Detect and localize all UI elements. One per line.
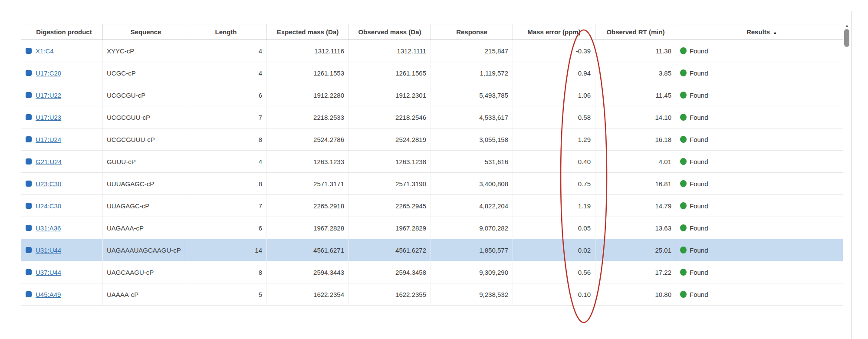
column-header-response[interactable]: Response (431, 24, 513, 39)
length-cell: 6 (185, 217, 267, 239)
found-status-icon (680, 158, 687, 165)
digestion-product-link[interactable]: X1:C4 (36, 47, 54, 55)
observed-mass-cell: 2265.2945 (349, 195, 431, 217)
digestion-product-link[interactable]: U17:C20 (36, 69, 61, 77)
results-cell: Found (676, 239, 843, 261)
column-header-length[interactable]: Length (185, 24, 267, 39)
observed-rt-cell: 14.79 (595, 195, 676, 217)
found-status-icon (680, 92, 687, 99)
table-row[interactable]: U17:U22 UCGCGU-cP 6 1912.2280 1912.2301 … (21, 84, 843, 106)
table-header-row: Digestion product Sequence Length Expect… (21, 24, 843, 40)
observed-rt-cell: 14.10 (595, 106, 676, 128)
digestion-product-link[interactable]: U31:U44 (36, 247, 61, 254)
sequence-cell: UCGCGUU-cP (103, 106, 185, 128)
expected-mass-cell: 1912.2280 (267, 84, 349, 106)
column-header-results-label: Results (746, 28, 770, 36)
sequence-cell: XYYC-cP (103, 40, 185, 62)
mass-error-cell: 0.05 (513, 217, 595, 239)
mass-error-cell: 0.58 (513, 106, 595, 128)
table-row[interactable]: U31:U44 UAGAAAUAGCAAGU-cP 14 4561.6271 4… (21, 239, 843, 261)
found-status-icon (680, 291, 687, 298)
results-cell: Found (676, 217, 843, 239)
digestion-product-cell: U37:U44 (21, 261, 103, 283)
sequence-cell: UUUAGAGC-cP (103, 173, 185, 194)
table-row[interactable]: U23:C30 UUUAGAGC-cP 8 2571.3171 2571.319… (21, 173, 843, 195)
digestion-product-link[interactable]: G21:U24 (36, 158, 62, 165)
response-cell: 3,055,158 (431, 128, 513, 150)
mass-error-cell: 0.56 (513, 261, 595, 283)
table-row[interactable]: U17:C20 UCGC-cP 4 1261.1553 1261.1565 1,… (21, 62, 843, 84)
found-status-icon (680, 269, 687, 276)
observed-rt-cell: 13.63 (595, 217, 676, 239)
digestion-product-link[interactable]: U17:U24 (36, 136, 61, 143)
sequence-cell: UCGC-cP (103, 62, 185, 84)
vertical-scrollbar[interactable]: ▲ (843, 11, 851, 339)
sequence-cell: GUUU-cP (103, 151, 185, 172)
mass-error-cell: 1.06 (513, 84, 595, 106)
table-row[interactable]: U17:U23 UCGCGUU-cP 7 2218.2533 2218.2546… (21, 106, 843, 128)
found-status-icon (680, 136, 687, 143)
digestion-product-link[interactable]: U31:A36 (36, 224, 61, 232)
digestion-product-cell: U17:U23 (21, 106, 103, 128)
mass-error-cell: 0.75 (513, 173, 595, 194)
column-header-observed-mass[interactable]: Observed mass (Da) (349, 24, 431, 39)
digestion-product-link[interactable]: U17:U22 (36, 92, 61, 99)
digestion-product-link[interactable]: U24:C30 (36, 202, 61, 210)
response-cell: 4,822,204 (431, 195, 513, 217)
sequence-cell: UAGAAAUAGCAAGU-cP (103, 239, 185, 261)
response-cell: 4,533,617 (431, 106, 513, 128)
length-cell: 7 (185, 195, 267, 217)
observed-rt-cell: 25.01 (595, 239, 676, 261)
observed-rt-cell: 10.80 (595, 283, 676, 305)
expected-mass-cell: 2524.2786 (267, 128, 349, 150)
length-cell: 4 (185, 62, 267, 84)
column-header-expected-mass[interactable]: Expected mass (Da) (267, 24, 349, 39)
table-row[interactable]: X1:C4 XYYC-cP 4 1312.1116 1312.1111 215,… (21, 40, 843, 62)
table-row[interactable]: U37:U44 UAGCAAGU-cP 8 2594.3443 2594.345… (21, 261, 843, 283)
digestion-product-link[interactable]: U45:A49 (36, 291, 61, 298)
scroll-up-icon[interactable]: ▲ (843, 23, 851, 28)
response-cell: 215,847 (431, 40, 513, 62)
table-row[interactable]: U31:A36 UAGAAA-cP 6 1967.2828 1967.2829 … (21, 217, 843, 239)
table-row[interactable]: U24:C30 UUAGAGC-cP 7 2265.2918 2265.2945… (21, 195, 843, 217)
digestion-product-cell: X1:C4 (21, 40, 103, 62)
observed-mass-cell: 2571.3190 (349, 173, 431, 194)
product-square-icon (26, 48, 32, 54)
response-cell: 9,070,282 (431, 217, 513, 239)
result-status-label: Found (690, 180, 708, 188)
observed-mass-cell: 2218.2546 (349, 106, 431, 128)
column-header-sequence[interactable]: Sequence (103, 24, 185, 39)
column-header-digestion-product[interactable]: Digestion product (21, 24, 103, 39)
product-square-icon (26, 291, 32, 297)
table-row[interactable]: U17:U24 UCGCGUUU-cP 8 2524.2786 2524.281… (21, 128, 843, 151)
table-row[interactable]: U45:A49 UAAAA-cP 5 1622.2354 1622.2355 9… (21, 283, 843, 306)
column-header-observed-rt[interactable]: Observed RT (min) (595, 24, 676, 39)
result-status-label: Found (690, 136, 708, 143)
product-square-icon (26, 136, 32, 142)
response-cell: 3,400,808 (431, 173, 513, 194)
column-header-mass-error[interactable]: Mass error (ppm) (513, 24, 595, 39)
sequence-cell: UAAAA-cP (103, 283, 185, 305)
results-cell: Found (676, 283, 843, 305)
results-cell: Found (676, 151, 843, 172)
scrollbar-thumb[interactable] (844, 29, 849, 47)
column-header-results[interactable]: Results ▲ (676, 24, 843, 39)
table-row[interactable]: G21:U24 GUUU-cP 4 1263.1233 1263.1238 53… (21, 151, 843, 173)
digestion-product-link[interactable]: U17:U23 (36, 114, 61, 121)
product-square-icon (26, 158, 32, 165)
result-status-label: Found (690, 247, 708, 254)
length-cell: 5 (185, 283, 267, 305)
digestion-product-link[interactable]: U23:C30 (36, 180, 61, 188)
digestion-product-cell: U23:C30 (21, 173, 103, 194)
mass-error-cell: 1.29 (513, 128, 595, 150)
response-cell: 531,616 (431, 151, 513, 172)
observed-rt-cell: 3.85 (595, 62, 676, 84)
observed-mass-cell: 1263.1238 (349, 151, 431, 172)
digestion-product-link[interactable]: U37:U44 (36, 269, 61, 276)
product-square-icon (26, 247, 32, 253)
results-table: Digestion product Sequence Length Expect… (21, 11, 852, 339)
result-status-label: Found (690, 69, 708, 77)
response-cell: 9,238,532 (431, 283, 513, 305)
results-cell: Found (676, 62, 843, 84)
found-status-icon (680, 224, 687, 231)
